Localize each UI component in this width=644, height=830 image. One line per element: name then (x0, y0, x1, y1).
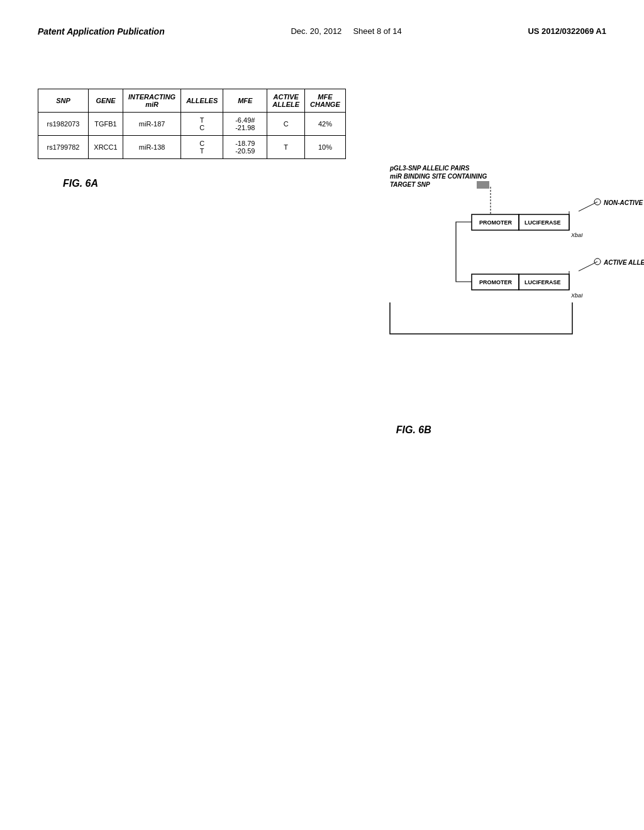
cell-mfe-change-1: 42% (305, 113, 346, 136)
snp-box (477, 181, 489, 189)
cell-mirna-1: miR-187 (123, 113, 181, 136)
sheet-info: Sheet 8 of 14 (353, 26, 401, 36)
cell-snp-1: rs1982073 (38, 113, 89, 136)
cell-snp-2: rs1799782 (38, 136, 89, 159)
cell-mfe-change-2: 10% (305, 136, 346, 159)
col-header-mirna: INTERACTINGmiR (123, 89, 181, 113)
cell-active-2: T (267, 136, 305, 159)
promoter-label-2: PROMOTER (479, 279, 513, 285)
cell-mirna-2: miR-138 (123, 136, 181, 159)
col-header-active-allele: ACTIVEALLELE (267, 89, 305, 113)
cell-gene-1: TGFB1 (89, 113, 123, 136)
page-header: Patent Application Publication Dec. 20, … (0, 0, 644, 38)
col-header-gene: GENE (89, 89, 123, 113)
cell-alleles-2: C T (181, 136, 223, 159)
table-row: rs1982073 TGFB1 miR-187 T C -6.49# -21.9… (38, 113, 346, 136)
table-section: SNP GENE INTERACTINGmiR ALLELES MFE ACTI… (38, 89, 346, 436)
cell-active-1: C (267, 113, 305, 136)
publication-title: Patent Application Publication (38, 25, 165, 38)
cell-mfe-1: -6.49# -21.98 (223, 113, 267, 136)
bottom-brace (390, 302, 572, 334)
publication-date: Dec. 20, 2012 (291, 26, 341, 36)
target-snp-label: TARGET SNP (390, 181, 430, 188)
main-content: SNP GENE INTERACTINGmiR ALLELES MFE ACTI… (0, 38, 644, 461)
cell-gene-2: XRCC1 (89, 136, 123, 159)
active-label: ACTIVE ALLELE (603, 259, 644, 266)
fig6b-label: FIG. 6B (396, 424, 644, 436)
cell-alleles-1: T C (181, 113, 223, 136)
col-header-mfe: MFE (223, 89, 267, 113)
publication-number: US 2012/0322069 A1 (528, 25, 606, 38)
cell-mfe-2: -18.79 -20.59 (223, 136, 267, 159)
luciferase-label-2: LUCIFERASE (525, 279, 561, 285)
left-bracket (456, 222, 472, 282)
col-header-alleles: ALLELES (181, 89, 223, 113)
xbal-label-1: XbaI (570, 232, 583, 238)
pgl3-label: pGL3-SNP ALLELIC PAIRS (389, 165, 470, 172)
luciferase-label-1: LUCIFERASE (525, 219, 561, 226)
data-table: SNP GENE INTERACTINGmiR ALLELES MFE ACTI… (38, 89, 346, 159)
fig6b-diagram: pGL3-SNP ALLELIC PAIRS miR BINDING SITE … (384, 101, 644, 416)
non-active-label: NON-ACTIVE ALLELE (604, 199, 644, 206)
col-header-snp: SNP (38, 89, 89, 113)
mir-binding-label: miR BINDING SITE CONTAINING (390, 173, 487, 180)
table-row: rs1799782 XRCC1 miR-138 C T -18.79 -20.5… (38, 136, 346, 159)
diagram-section: pGL3-SNP ALLELIC PAIRS miR BINDING SITE … (384, 89, 644, 436)
table-header-row: SNP GENE INTERACTINGmiR ALLELES MFE ACTI… (38, 89, 346, 113)
publication-date-sheet: Dec. 20, 2012 Sheet 8 of 14 (291, 25, 401, 38)
col-header-mfe-change: MFECHANGE (305, 89, 346, 113)
fig6a-label: FIG. 6A (63, 178, 346, 189)
promoter-label-1: PROMOTER (479, 219, 513, 226)
xbal-label-2: XbaI (570, 292, 583, 299)
